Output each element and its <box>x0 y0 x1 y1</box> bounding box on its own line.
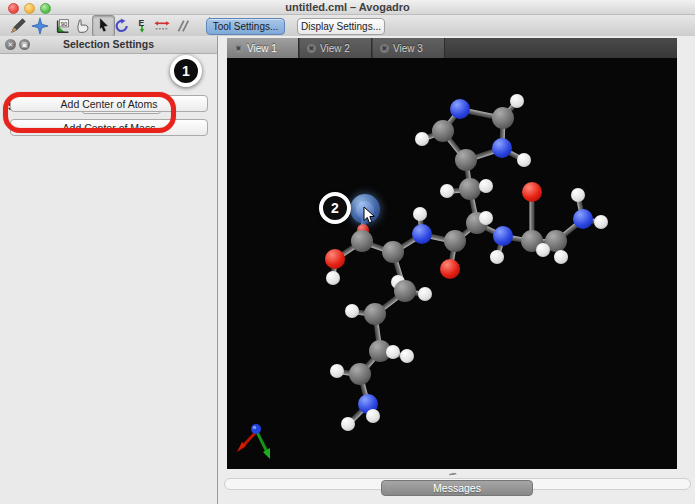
axes-indicator-icon <box>233 416 281 464</box>
align-icon[interactable] <box>172 16 192 35</box>
view-tabbar: ✕ View 1 ✕ View 2 ✕ View 3 <box>227 38 677 58</box>
atom-O[interactable] <box>522 182 542 202</box>
tab-label: View 2 <box>320 43 350 54</box>
atom-N[interactable] <box>493 226 513 246</box>
atom-H[interactable] <box>517 153 531 167</box>
atom-H[interactable] <box>536 243 550 257</box>
atom-C[interactable] <box>382 241 404 263</box>
measure-icon[interactable] <box>152 16 172 35</box>
display-settings-button[interactable]: Display Settings... <box>297 18 385 35</box>
atom-H[interactable] <box>594 215 608 229</box>
tab-close-icon[interactable]: ✕ <box>307 44 316 53</box>
atom-H[interactable] <box>479 179 493 193</box>
annotation-callout-1: 1 <box>170 55 202 87</box>
atom-C[interactable] <box>349 363 371 385</box>
atom-H[interactable] <box>366 409 380 423</box>
tab-view-2[interactable]: ✕ View 2 <box>300 38 372 58</box>
toolbar: 90 E Tool Settings... Display Settings..… <box>0 15 695 37</box>
atom-C[interactable] <box>364 303 386 325</box>
atom-C[interactable] <box>459 178 481 200</box>
atom-H[interactable] <box>345 304 359 318</box>
atom-C[interactable] <box>492 107 514 129</box>
avogadro-window: untitled.cml – Avogadro 90 E T <box>0 0 695 504</box>
atom-H[interactable] <box>330 364 344 378</box>
atom-N[interactable] <box>573 209 593 229</box>
atom-H[interactable] <box>415 132 429 146</box>
atom-N[interactable] <box>492 138 512 158</box>
tab-view-3[interactable]: ✕ View 3 <box>373 38 445 58</box>
atom-C[interactable] <box>394 280 416 302</box>
atom-C[interactable] <box>351 230 373 252</box>
title-bar: untitled.cml – Avogadro <box>0 0 695 15</box>
atom-H[interactable] <box>479 211 493 225</box>
atom-H[interactable] <box>418 287 432 301</box>
atom-H[interactable] <box>386 345 400 359</box>
atom-H[interactable] <box>571 188 585 202</box>
annotation-callout-2: 2 <box>319 192 351 224</box>
selection-settings-panel: ✕ ▣ Selection Settings Selection Mode: A… <box>0 36 217 504</box>
messages-button[interactable]: Messages <box>381 480 533 496</box>
annotation-highlight-oval <box>3 92 176 133</box>
atom-N[interactable] <box>412 224 432 244</box>
mouse-cursor-icon <box>363 206 376 224</box>
atom-N[interactable] <box>450 99 470 119</box>
panel-header: ✕ ▣ Selection Settings <box>0 36 217 54</box>
atom-H[interactable] <box>554 250 568 264</box>
window-title: untitled.cml – Avogadro <box>0 1 695 13</box>
atom-C[interactable] <box>455 149 477 171</box>
molecule-canvas[interactable] <box>227 58 677 469</box>
atom-O[interactable] <box>440 259 460 279</box>
auto-optimize-icon[interactable]: E <box>132 16 152 35</box>
atom-H[interactable] <box>440 184 454 198</box>
tool-settings-button[interactable]: Tool Settings... <box>206 18 285 35</box>
atom-H[interactable] <box>490 250 504 264</box>
atom-H[interactable] <box>400 349 414 363</box>
atom-O[interactable] <box>325 249 345 269</box>
auto-rotate-icon[interactable] <box>112 16 132 35</box>
atom-H[interactable] <box>413 207 427 221</box>
atom-C[interactable] <box>444 230 466 252</box>
draw-pencil-icon[interactable] <box>8 16 28 35</box>
panel-title: Selection Settings <box>0 38 217 50</box>
svg-text:90: 90 <box>61 20 68 26</box>
tab-close-icon[interactable]: ✕ <box>234 44 243 53</box>
atom-H[interactable] <box>326 271 340 285</box>
atom-H[interactable] <box>341 417 355 431</box>
manipulate-hand-icon[interactable] <box>73 16 93 35</box>
atom-C[interactable] <box>432 120 454 142</box>
tab-label: View 1 <box>247 43 277 54</box>
navigate-icon[interactable] <box>30 16 50 35</box>
tab-view-1[interactable]: ✕ View 1 <box>227 38 299 58</box>
tab-close-icon[interactable]: ✕ <box>380 44 389 53</box>
tab-label: View 3 <box>393 43 423 54</box>
atom-H[interactable] <box>510 94 524 108</box>
bond-centric-manipulate-icon[interactable]: 90 <box>53 16 73 35</box>
